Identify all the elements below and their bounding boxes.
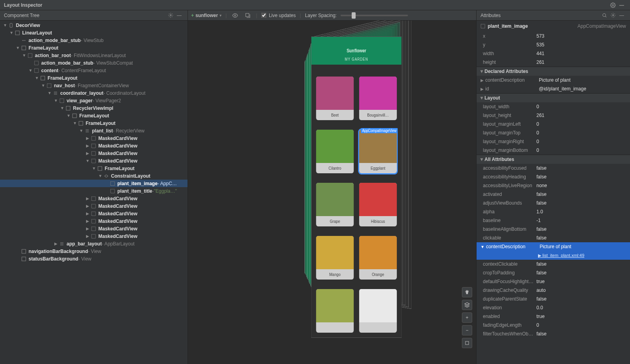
layers-button[interactable] [462,300,472,310]
tree-row[interactable]: ▼LinearLayout [0,29,188,36]
plant-card[interactable] [359,289,397,333]
tree-row[interactable]: ▶MaskedCardView [0,210,188,217]
attribute-row[interactable]: layout_marginLeft0 [477,120,630,128]
3d-viewport[interactable]: Sunflower MY GARDEN BeetBougainvill…Cila… [188,21,476,364]
tree-row[interactable]: plant_item_title - "Eggpla…" [0,187,188,195]
tree-row[interactable]: ▼FrameLayout [0,165,188,172]
tree-row[interactable]: ▼FrameLayout [0,112,188,119]
section-caret-icon[interactable]: ▼ [479,69,484,74]
section-header[interactable]: ▼Layout [477,93,630,102]
tree-toggle[interactable]: ▶ [85,219,90,223]
tree-row[interactable]: ▶MaskedCardView [0,217,188,225]
tree-toggle[interactable]: ▶ [85,204,90,208]
attribute-row[interactable]: layout_marginTop0 [477,128,630,137]
tree-toggle[interactable]: ▼ [79,128,84,133]
expand-caret-icon[interactable]: ▼ [481,245,484,249]
tree-row[interactable]: ▼MaskedCardView [0,157,188,165]
attribute-row[interactable]: defaultFocusHighlight…true [477,277,630,286]
attribute-row[interactable]: cropToPaddingfalse [477,268,630,277]
tree-row[interactable]: ▶MaskedCardView [0,149,188,157]
gear-icon[interactable] [166,11,175,20]
tree-toggle[interactable]: ▼ [47,91,52,95]
tree-row[interactable]: ▼content - ContentFrameLayout [0,67,188,74]
attribute-row[interactable]: ▶id@id/plant_item_image [477,84,630,93]
plant-card[interactable]: Beet [316,77,354,120]
attribute-row[interactable]: y535 [477,40,630,49]
section-caret-icon[interactable]: ▼ [479,157,484,162]
expand-caret-icon[interactable]: ▶ [481,87,484,91]
tree-row[interactable]: plant_item_image - AppC… [0,180,188,187]
collapse-icon[interactable]: — [175,11,184,20]
attribute-row[interactable]: layout_marginRight0 [477,137,630,146]
tree-toggle[interactable]: ▼ [21,53,27,57]
tree-toggle[interactable]: ▶ [85,226,90,231]
tree-row[interactable]: ▼FrameLayout [0,74,188,82]
tree-toggle[interactable]: ▶ [85,211,90,216]
tree-toggle[interactable]: ▼ [66,113,71,118]
attribute-row[interactable]: ▼contentDescriptionPicture of plant [477,242,630,251]
plant-card[interactable]: Bougainvill… [359,77,397,120]
tree-row[interactable]: ▼RecyclerViewImpl [0,104,188,112]
plant-card[interactable]: Orange [359,236,397,280]
tree-row[interactable]: ▼plant_list - RecyclerView [0,127,188,134]
attribute-row[interactable]: baseline-1 [477,216,630,225]
attributes-list[interactable]: x573y535width441height261▼Declared Attri… [477,32,630,364]
attribute-row[interactable]: filterTouchesWhenOb…false [477,330,630,338]
tree-toggle[interactable]: ▼ [15,46,21,50]
tree-toggle[interactable]: ▼ [2,23,8,27]
plant-card[interactable] [316,289,354,333]
attribute-row[interactable]: width441 [477,49,630,58]
tree-row[interactable]: ▶MaskedCardView [0,232,188,240]
tree-toggle[interactable]: ▶ [85,136,90,140]
tree-toggle[interactable]: ▼ [91,166,97,171]
tree-row[interactable]: ▼ConstraintLayout [0,172,188,180]
tree-row[interactable]: ▼nav_host - FragmentContainerView [0,82,188,89]
tree-toggle[interactable]: ▶ [53,241,59,246]
zoom-out-button[interactable]: − [462,325,472,335]
tree-row[interactable]: action_mode_bar_stub - ViewStub [0,36,188,44]
live-updates-input[interactable] [261,13,266,18]
phone-render[interactable]: Sunflower MY GARDEN BeetBougainvill…Cila… [311,36,402,338]
attribute-row[interactable]: contextClickablefalse [477,260,630,268]
collapse-icon[interactable]: — [617,11,626,20]
attribute-row[interactable]: drawingCacheQualityauto [477,286,630,295]
attribute-row[interactable]: accessibilityFocusedfalse [477,164,630,172]
tree-toggle[interactable]: ▼ [59,106,65,110]
source-link[interactable]: ▶ list_item_plant.xml:49 [538,253,584,258]
attribute-row[interactable]: fadingEdgeLength0 [477,321,630,330]
zoom-fit-button[interactable] [462,338,472,348]
tree-row[interactable]: navigationBarBackground - View [0,247,188,255]
tree-row[interactable]: ▼DecorView [0,21,188,29]
pan-button[interactable] [462,287,472,297]
tree-toggle[interactable]: ▼ [28,68,33,73]
tree-toggle[interactable]: ▼ [9,31,14,35]
layer-spacing-slider[interactable] [341,15,408,16]
attribute-row[interactable]: alpha1.0 [477,207,630,216]
snapshot-icon[interactable] [243,11,252,20]
attribute-row[interactable]: enabledtrue [477,312,630,321]
attribute-row[interactable]: layout_width0 [477,102,630,111]
tree-row[interactable]: ▶MaskedCardView [0,195,188,202]
expand-caret-icon[interactable]: ▶ [481,78,484,82]
plant-card[interactable]: Hibiscus [359,183,397,226]
tree-row[interactable]: ▼coordinator_layout - CoordinatorLayout [0,89,188,97]
tree-toggle[interactable]: ▼ [53,98,59,103]
tree-row[interactable]: ▶MaskedCardView [0,142,188,149]
section-header[interactable]: ▼Declared Attributes [477,67,630,76]
tree-toggle[interactable]: ▼ [72,121,78,125]
settings-icon[interactable] [609,1,617,10]
attribute-row[interactable]: layout_marginBottom0 [477,146,630,155]
plant-card[interactable]: Grape [316,183,354,226]
tree-row[interactable]: ▶app_bar_layout - AppBarLayout [0,240,188,247]
tree-toggle[interactable]: ▼ [85,159,90,163]
attribute-row[interactable]: height261 [477,58,630,67]
section-caret-icon[interactable]: ▼ [479,95,484,101]
minimize-icon[interactable]: — [617,1,626,10]
tree-row[interactable]: ▶MaskedCardView [0,134,188,142]
attribute-row[interactable]: ▶contentDescriptionPicture of plant [477,76,630,84]
attribute-row[interactable]: accessibilityHeadingfalse [477,172,630,181]
gear-icon[interactable] [609,11,617,20]
tree-row[interactable]: ▼action_bar_root - FitWindowsLinearLayou… [0,52,188,59]
tree-toggle[interactable]: ▶ [85,196,90,201]
process-dropdown[interactable]: + sunflower ▾ [191,13,222,18]
